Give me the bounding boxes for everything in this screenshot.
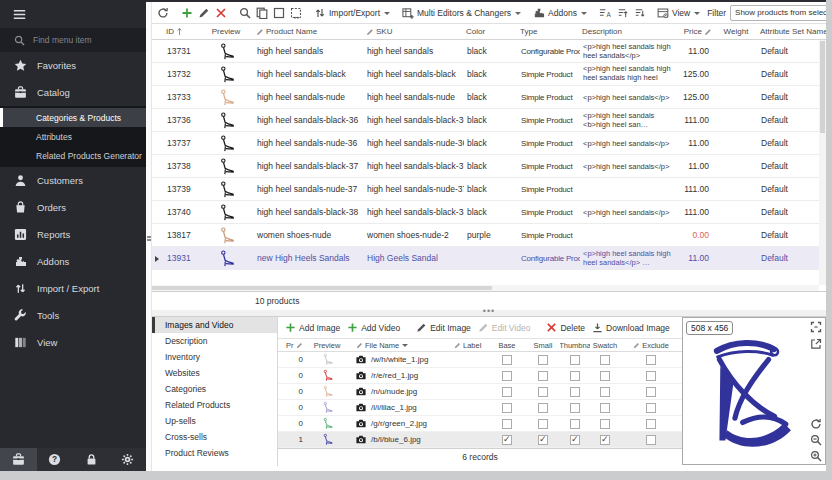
sidebar-item-catalog[interactable]: Catalog [0,79,146,106]
product-row[interactable]: 13733 high heel sandals-nude high heel s… [152,86,826,109]
cell-file-name[interactable]: /b/l/blue_6.jpg [344,435,454,444]
thumbnail-checkbox[interactable] [570,387,580,397]
cell-price[interactable]: 111.00 [674,115,714,125]
cell-sku[interactable]: high heel sandals-black-38 [364,207,464,217]
swatch-checkbox[interactable] [600,387,610,397]
product-row[interactable]: 13736 high heel sandals-black-36 high he… [152,109,826,132]
swatch-checkbox[interactable] [600,371,610,381]
thumbnail-checkbox[interactable] [570,371,580,381]
cell-position[interactable]: 0 [286,387,310,396]
cell-product-name[interactable]: high heel sandals [254,46,364,56]
base-checkbox[interactable] [502,403,512,413]
exclude-checkbox[interactable] [646,387,656,397]
search-products-button[interactable] [237,5,253,21]
cell-sku[interactable]: high heel sandals-black-37 [364,161,464,171]
swatch-checkbox[interactable] [600,403,610,413]
header-price[interactable]: Price [674,27,714,36]
cell-price[interactable]: 11.00 [674,138,714,148]
cell-price[interactable]: 11.00 [674,253,714,263]
header-thumbnail[interactable]: Thumbna [560,341,590,350]
cell-sku[interactable]: high heel sandals [364,46,464,56]
header-base[interactable]: Base [488,341,526,350]
scrollbar-thumb[interactable] [820,41,825,133]
thumbnail-checkbox[interactable] [570,435,580,445]
sidebar-item-addons[interactable]: Addons [0,248,146,275]
sidebar-item-customers[interactable]: Customers [0,167,146,194]
exclude-checkbox[interactable] [646,403,656,413]
exclude-checkbox[interactable] [646,419,656,429]
view-menu[interactable]: View [655,5,702,21]
delete-image-button[interactable]: Delete [544,320,587,335]
sidebar-item-tools[interactable]: Tools [0,302,146,329]
cell-product-name[interactable]: high heel sandals-black-37 [254,161,364,171]
menu-search-input[interactable] [33,35,125,45]
category-filter-select[interactable]: Show products from selected categories [730,5,832,21]
sidebar-subitem[interactable]: Related Products Generator [0,146,146,165]
cell-price[interactable]: 111.00 [674,184,714,194]
cell-product-name[interactable]: high heel sandals-black [254,69,364,79]
cell-position[interactable]: 0 [286,371,310,380]
import-export-menu[interactable]: Import/Export [312,5,392,21]
image-row[interactable]: 0 /l/i/lilac_1.jpg [278,400,682,416]
cell-product-name[interactable]: high heel sandals-nude [254,92,364,102]
thumbnail-checkbox[interactable] [570,419,580,429]
cell-product-name[interactable]: women shoes-nude [254,230,364,240]
header-position[interactable]: Pr [286,341,310,350]
cell-position[interactable]: 0 [286,355,310,364]
cell-price[interactable]: 11.00 [674,161,714,171]
image-row[interactable]: 0 /w/h/white_1.jpg [278,352,682,368]
thumbnail-checkbox[interactable] [570,403,580,413]
image-row[interactable]: 0 /n/u/nude.jpg [278,384,682,400]
select-mode-button[interactable] [271,5,287,21]
cell-price[interactable]: 125.00 [674,69,714,79]
cell-product-name[interactable]: high heel sandals-black-36 [254,115,364,125]
cell-file-name[interactable]: /g/r/green_2.jpg [344,419,454,428]
add-product-button[interactable] [179,5,195,21]
header-product-name[interactable]: Product Name [254,27,364,36]
cell-product-name[interactable]: high heel sandals-nude-36 [254,138,364,148]
vertical-scrollbar[interactable] [819,40,826,285]
panel-tab[interactable]: Inventory [152,349,277,365]
sort-az-button[interactable] [597,5,613,21]
small-checkbox[interactable] [538,387,548,397]
header-file-name[interactable]: File Name [344,341,454,350]
fit-screen-button[interactable] [810,321,822,333]
product-row[interactable]: 13739 high heel sandals-nude-37 high hee… [152,178,826,201]
sort-descending-button[interactable] [631,5,647,21]
header-swatch[interactable]: Swatch [590,341,620,350]
cell-position[interactable]: 1 [286,435,310,444]
cell-file-name[interactable]: /l/i/lilac_1.jpg [344,403,454,412]
cell-price[interactable]: 125.00 [674,92,714,102]
edit-image-button[interactable]: Edit Image [414,320,473,335]
header-exclude[interactable]: Exclude [620,341,682,350]
product-row[interactable]: 13738 high heel sandals-black-37 high he… [152,155,826,178]
cell-price[interactable]: 0.00 [674,230,714,240]
copy-button[interactable] [254,5,270,21]
download-image-button[interactable]: Download Image [590,320,672,335]
panel-tab[interactable]: Images and Video [152,317,277,333]
bottom-nav-catalog[interactable] [0,448,37,471]
edit-product-button[interactable] [196,5,212,21]
image-row[interactable]: 1 /b/l/blue_6.jpg [278,432,682,448]
header-attribute-set[interactable]: Attribute Set Name [758,27,826,36]
cell-product-name[interactable]: high heel sandals-black-38 [254,207,364,217]
swatch-checkbox[interactable] [600,419,610,429]
small-checkbox[interactable] [538,403,548,413]
header-sku[interactable]: SKU [364,27,464,36]
cell-file-name[interactable]: /w/h/white_1.jpg [344,355,454,364]
small-checkbox[interactable] [538,355,548,365]
cell-sku[interactable]: high heel sandals-black [364,69,464,79]
image-row[interactable]: 0 /r/e/red_1.jpg [278,368,682,384]
product-row[interactable]: 13740 high heel sandals-black-38 high he… [152,201,826,224]
add-image-button[interactable]: Add Image [283,320,342,335]
small-checkbox[interactable] [538,371,548,381]
header-preview[interactable]: Preview [198,27,254,36]
hamburger-menu-icon[interactable] [13,8,26,21]
small-checkbox[interactable] [538,419,548,429]
product-row[interactable]: 13817 women shoes-nude women shoes-nude-… [152,224,826,247]
delete-product-button[interactable] [213,5,229,21]
header-description[interactable]: Description [580,27,674,36]
zoom-in-button[interactable] [810,450,822,462]
product-row[interactable]: 13731 high heel sandals high heel sandal… [152,40,826,63]
panel-tab[interactable]: Cross-sells [152,429,277,445]
